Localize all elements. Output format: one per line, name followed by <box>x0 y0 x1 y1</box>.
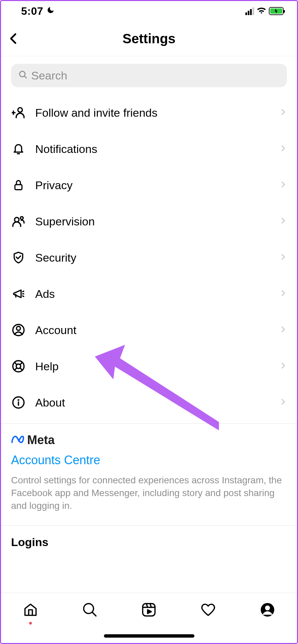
svg-point-6 <box>14 217 19 222</box>
row-privacy[interactable]: Privacy <box>1 167 297 203</box>
chevron-right-icon <box>280 108 287 117</box>
accounts-centre-link[interactable]: Accounts Centre <box>11 453 287 467</box>
svg-marker-26 <box>148 610 152 613</box>
row-follow-invite[interactable]: Follow and invite friends <box>1 95 297 131</box>
svg-line-13 <box>20 368 22 370</box>
chevron-right-icon <box>280 362 287 371</box>
row-ads[interactable]: Ads <box>1 276 297 312</box>
chevron-right-icon <box>280 217 287 226</box>
svg-point-9 <box>16 326 20 330</box>
status-right <box>245 7 284 15</box>
svg-line-14 <box>20 362 22 365</box>
lifebuoy-icon <box>11 359 26 374</box>
svg-rect-5 <box>15 185 22 190</box>
tab-reels[interactable] <box>139 600 158 619</box>
meta-brand: Meta <box>11 433 287 447</box>
meta-description: Control settings for connected experienc… <box>11 474 287 512</box>
info-icon <box>11 395 26 410</box>
row-label: Security <box>35 251 270 264</box>
meta-logo-icon <box>11 433 24 447</box>
wifi-icon <box>257 7 266 15</box>
svg-point-0 <box>20 71 25 77</box>
row-label: Supervision <box>35 215 270 228</box>
svg-line-21 <box>92 612 96 616</box>
lock-icon <box>11 178 26 193</box>
row-security[interactable]: Security <box>1 239 297 276</box>
svg-point-28 <box>265 605 270 610</box>
svg-line-15 <box>14 368 17 370</box>
settings-list: Follow and invite friends Notifications … <box>1 95 297 424</box>
svg-point-2 <box>18 108 22 112</box>
tab-activity[interactable] <box>199 600 218 619</box>
do-not-disturb-icon <box>47 6 55 16</box>
row-notifications[interactable]: Notifications <box>1 131 297 167</box>
battery-charging-icon <box>269 7 284 15</box>
chevron-right-icon <box>280 253 287 262</box>
chevron-right-icon <box>280 181 287 190</box>
chevron-right-icon <box>280 289 287 298</box>
logins-title: Logins <box>11 536 287 549</box>
search-box[interactable] <box>11 64 287 87</box>
row-help[interactable]: Help <box>1 348 297 384</box>
home-indicator <box>104 634 194 638</box>
search-input[interactable] <box>31 69 280 82</box>
back-button[interactable] <box>6 31 22 47</box>
add-person-icon <box>11 105 26 120</box>
row-label: Notifications <box>35 143 270 156</box>
row-label: Account <box>35 324 270 337</box>
search-icon <box>18 70 28 81</box>
row-label: Follow and invite friends <box>35 106 270 119</box>
row-label: Privacy <box>35 179 270 192</box>
tab-search[interactable] <box>80 600 99 619</box>
cellular-signal-icon <box>245 7 254 15</box>
row-supervision[interactable]: Supervision <box>1 203 297 239</box>
tab-profile[interactable] <box>258 600 277 619</box>
row-account[interactable]: Account <box>1 312 297 348</box>
meta-section: Meta Accounts Centre Control settings fo… <box>1 424 297 526</box>
notification-dot-icon <box>29 622 32 625</box>
bell-icon <box>11 142 26 156</box>
nav-header: Settings <box>1 21 297 56</box>
chevron-right-icon <box>280 145 287 153</box>
svg-point-7 <box>20 217 23 219</box>
row-about[interactable]: About <box>1 384 297 421</box>
row-label: Help <box>35 360 270 373</box>
svg-point-18 <box>18 400 19 400</box>
meta-brand-text: Meta <box>27 433 55 447</box>
logins-section: Logins <box>1 526 297 555</box>
shield-icon <box>11 250 26 265</box>
account-circle-icon <box>11 323 26 337</box>
people-icon <box>11 214 26 229</box>
status-time: 5:07 <box>21 5 43 17</box>
row-label: About <box>35 396 270 409</box>
status-left: 5:07 <box>21 5 55 17</box>
tabbar <box>1 593 297 643</box>
svg-line-1 <box>24 76 27 78</box>
svg-line-12 <box>14 362 17 365</box>
megaphone-icon <box>11 286 26 301</box>
tab-home[interactable] <box>21 600 40 619</box>
page-title: Settings <box>123 31 176 46</box>
chevron-right-icon <box>280 326 287 334</box>
chevron-right-icon <box>280 398 287 407</box>
row-label: Ads <box>35 287 270 301</box>
search-section <box>1 56 297 95</box>
status-bar: 5:07 <box>1 1 297 21</box>
